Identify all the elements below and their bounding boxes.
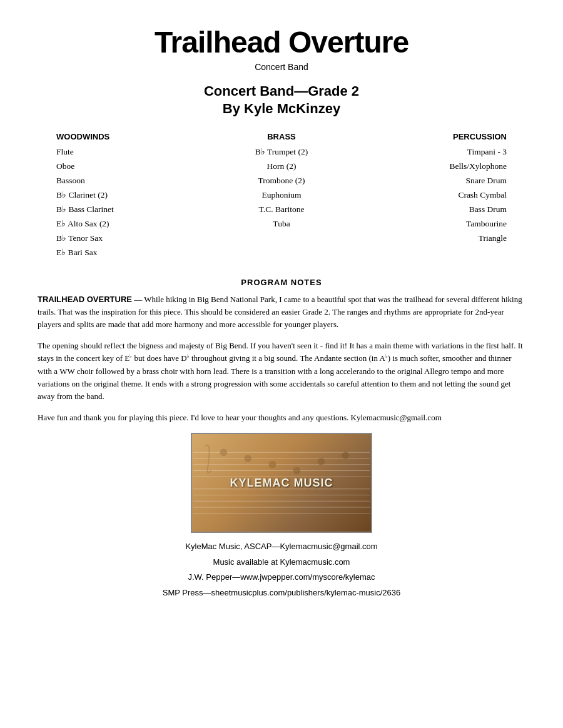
svg-point-11 (245, 455, 252, 462)
program-notes-body: TRAILHEAD OVERTURE — While hiking in Big… (38, 293, 525, 425)
footer-line-3: J.W. Pepper—www.jwpepper.com/myscore/kyl… (38, 570, 525, 585)
program-notes-para-2: The opening should reflect the bigness a… (38, 340, 525, 403)
page-title: Trailhead Overture (38, 25, 525, 59)
svg-point-10 (220, 448, 228, 456)
program-notes-para-3: Have fun and thank you for playing this … (38, 412, 525, 424)
footer-line-4: SMP Press—sheetmusicplus.com/publishers/… (38, 585, 525, 601)
percussion-crash: Crash Cymbal (357, 188, 507, 203)
brass-header: BRASS (206, 132, 357, 141)
program-notes-para-1: TRAILHEAD OVERTURE — While hiking in Big… (38, 293, 525, 331)
brass-trombone: Trombone (2) (206, 174, 357, 188)
woodwinds-bb-tenor-sax: B♭ Tenor Sax (56, 231, 206, 246)
brass-horn: Horn (2) (206, 159, 357, 174)
woodwinds-bb-bass-clarinet: B♭ Bass Clarinet (56, 203, 206, 217)
kylemac-music-label: KYLEMAC MUSIC (230, 477, 333, 490)
woodwinds-eb-bari-sax: E♭ Bari Sax (56, 246, 206, 260)
percussion-snare: Snare Drum (357, 174, 507, 188)
woodwinds-column: WOODWINDS Flute Oboe Bassoon B♭ Clarinet… (44, 132, 206, 260)
percussion-bells: Bells/Xylophone (357, 159, 507, 174)
kylemac-logo-image: KYLEMAC MUSIC (191, 433, 372, 533)
svg-point-14 (318, 458, 325, 465)
svg-point-15 (342, 452, 350, 459)
percussion-column: PERCUSSION Timpani - 3 Bells/Xylophone S… (357, 132, 519, 260)
program-notes-header: PROGRAM NOTES (38, 278, 525, 287)
brass-column: BRASS B♭ Trumpet (2) Horn (2) Trombone (… (206, 132, 357, 260)
woodwinds-oboe: Oboe (56, 159, 206, 174)
woodwinds-header: WOODWINDS (56, 132, 206, 141)
percussion-triangle: Triangle (357, 231, 507, 246)
svg-point-12 (269, 461, 276, 468)
percussion-header: PERCUSSION (357, 132, 507, 141)
percussion-bass-drum: Bass Drum (357, 203, 507, 217)
percussion-tambourine: Tambourine (357, 217, 507, 231)
woodwinds-eb-alto-sax: E♭ Alto Sax (2) (56, 217, 206, 231)
instrumentation-section: WOODWINDS Flute Oboe Bassoon B♭ Clarinet… (38, 132, 525, 260)
woodwinds-flute: Flute (56, 145, 206, 159)
woodwinds-bassoon: Bassoon (56, 174, 206, 188)
brass-tuba: Tuba (206, 217, 357, 231)
brass-euphonium: Euphonium (206, 188, 357, 203)
brass-bb-trumpet: B♭ Trumpet (2) (206, 145, 357, 159)
svg-point-13 (293, 467, 301, 475)
trailhead-overture-lead: TRAILHEAD OVERTURE (38, 295, 132, 304)
woodwinds-bb-clarinet: B♭ Clarinet (2) (56, 188, 206, 203)
footer-line-1: KyleMac Music, ASCAP—Kylemacmusic@gmail.… (38, 539, 525, 555)
page: Trailhead Overture Concert Band Concert … (0, 0, 563, 728)
grade-line: Concert Band—Grade 2 (38, 83, 525, 99)
footer-line-2: Music available at Kylemacmusic.com (38, 555, 525, 570)
percussion-timpani: Timpani - 3 (357, 145, 507, 159)
logo-image-container: KYLEMAC MUSIC (38, 433, 525, 533)
page-subtitle: Concert Band (38, 62, 525, 72)
footer-section: KyleMac Music, ASCAP—Kylemacmusic@gmail.… (38, 539, 525, 601)
brass-tc-baritone: T.C. Baritone (206, 203, 357, 217)
composer-line: By Kyle McKinzey (38, 101, 525, 117)
